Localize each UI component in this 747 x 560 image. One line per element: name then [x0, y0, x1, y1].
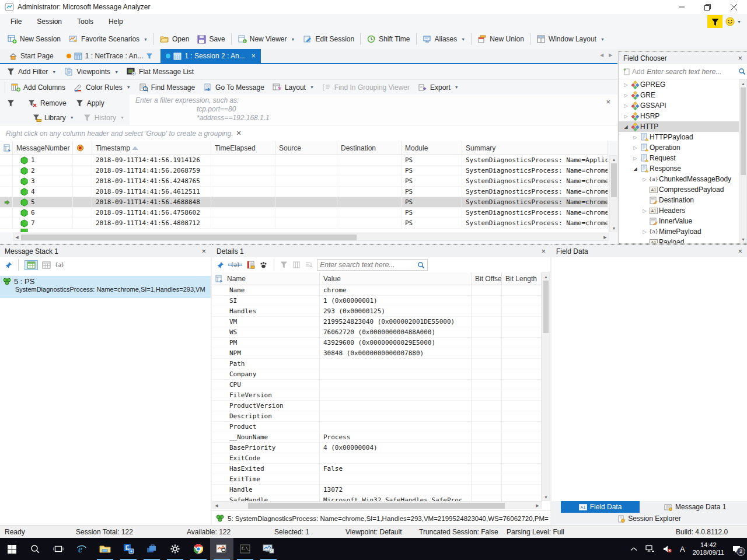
tab-field-data[interactable]: A1 Field Data [561, 501, 640, 513]
details-row[interactable]: ExitCode [212, 453, 542, 464]
details-row[interactable]: HasExitedFalse [212, 464, 542, 474]
details-row[interactable]: NPM30848 (0x0000000000007880) [212, 348, 542, 359]
columns-disabled-icon[interactable] [292, 261, 301, 269]
tree-expander-icon[interactable]: ▷ [622, 82, 630, 88]
taskbar-performance-monitor-button[interactable] [257, 538, 280, 560]
menu-help[interactable]: Help [103, 15, 129, 28]
favorite-scenarios-button[interactable]: Favorite Scenarios▼ [65, 32, 152, 47]
tree-expander-icon[interactable]: ▷ [641, 208, 648, 214]
details-row[interactable]: Handle13072 [212, 485, 542, 495]
filter-disabled-icon[interactable] [280, 261, 288, 269]
taskbar-settings-button[interactable] [163, 538, 187, 560]
field-reference-button[interactable] [246, 261, 255, 269]
details-vertical-scrollbar[interactable]: ▲ ▼ [542, 272, 550, 501]
close-tab-icon[interactable]: × [252, 52, 256, 60]
details-search-input[interactable] [320, 261, 417, 269]
column-header-summary[interactable]: Summary [462, 141, 608, 155]
close-panel-icon[interactable]: × [541, 247, 546, 256]
tree-item-httppayload[interactable]: ▷HTTPPayload [619, 132, 739, 142]
details-row[interactable]: SafeHandleMicrosoft.Win32.SafeHandles.Sa… [212, 495, 542, 501]
message-row[interactable]: 62018-09-11T14:41:56.4758602PSSystemDiag… [0, 208, 608, 218]
field-search-input[interactable] [647, 68, 738, 76]
column-header-messagenumber[interactable]: MessageNumber [13, 141, 73, 155]
close-filter-panel-icon[interactable]: × [606, 97, 610, 106]
tab-1-nettrace-an[interactable]: 1 : NetTrace : An... [61, 49, 159, 63]
tree-expander-icon[interactable]: ▷ [622, 114, 630, 119]
stack-view-button[interactable] [25, 260, 38, 270]
details-horizontal-scrollbar[interactable]: ◀ ▶ [212, 501, 542, 509]
menu-file[interactable]: File [5, 15, 27, 28]
tree-item-mimepayload[interactable]: ▷{a}MimePayload [619, 226, 739, 237]
tree-expander-icon[interactable]: ▷ [622, 93, 630, 98]
window-layout-button[interactable]: Window Layout▼ [532, 32, 609, 47]
taskbar-chrome-button[interactable] [187, 538, 210, 560]
network-icon[interactable] [645, 545, 655, 553]
table-view-button[interactable] [42, 261, 51, 269]
filter-library-button[interactable]: Library ▼ [28, 114, 79, 122]
action-center-button[interactable]: 2 [732, 545, 741, 554]
tree-item-destination[interactable]: Destination [619, 195, 739, 205]
tree-expander-icon[interactable]: ◢ [622, 124, 630, 130]
details-row[interactable]: Product [212, 422, 542, 432]
add-field-button[interactable]: Add [622, 68, 644, 76]
details-row[interactable]: Description [212, 411, 542, 422]
tree-item-compressedpayload[interactable]: A1CompressedPayload [619, 184, 739, 195]
menu-tools[interactable]: Tools [71, 15, 99, 28]
taskbar-search-button[interactable] [23, 538, 47, 560]
details-column-bit-length[interactable]: Bit Length [502, 272, 542, 285]
tab-start-page[interactable]: Start Page [4, 49, 59, 63]
field-chooser-scrollbar[interactable]: ▲ ▼ [739, 79, 747, 243]
go-to-message-button[interactable]: Go To Message [199, 80, 268, 95]
column-header-source[interactable]: Source [275, 141, 337, 155]
export-button[interactable]: Export▼ [414, 80, 463, 95]
tree-item-headers[interactable]: ▷A1Headers [619, 205, 739, 216]
close-panel-icon[interactable]: × [738, 247, 742, 256]
close-panel-icon[interactable]: × [201, 247, 206, 256]
tree-item-innervalue[interactable]: InnerValue [619, 216, 739, 226]
grid-horizontal-scrollbar[interactable]: ◀ ▶ [13, 233, 609, 241]
aliases-button[interactable]: Aliases▼ [418, 32, 470, 47]
remove-filter-button[interactable]: Remove [23, 99, 71, 107]
tree-expander-icon[interactable]: ▷ [631, 135, 639, 140]
message-row[interactable]: 22018-09-11T14:41:56.2068759PSSystemDiag… [0, 166, 608, 176]
tree-item-payload[interactable]: A1Payload [619, 237, 739, 243]
taskbar-command-prompt-button[interactable]: C:\_ [233, 538, 257, 560]
close-button[interactable] [721, 0, 747, 14]
volume-muted-icon[interactable] [662, 545, 672, 553]
new-union-button[interactable]: New Union [473, 32, 528, 47]
tab-session-explorer[interactable]: Session Explorer [612, 513, 687, 524]
details-row[interactable]: __NounNameProcess [212, 432, 542, 443]
tab-message-data[interactable]: Message Data 1 [658, 501, 732, 513]
details-row[interactable]: CPU [212, 380, 542, 390]
details-column-value[interactable]: Value [320, 272, 472, 285]
find-in-grouping-viewer-button[interactable]: Find In Grouping Viewer [318, 80, 414, 95]
filter-history-button[interactable]: History ▼ [79, 114, 129, 122]
taskbar-file-explorer-button[interactable] [93, 538, 117, 560]
pin-icon[interactable] [217, 261, 224, 269]
quick-filter-button[interactable] [707, 15, 722, 28]
details-row[interactable]: Handles293 (0x00000125) [212, 306, 542, 317]
details-row[interactable]: PM43929600 (0x00000000029E5000) [212, 338, 542, 348]
tree-expander-icon[interactable]: ▷ [641, 229, 648, 235]
taskbar-message-analyzer-button[interactable] [210, 538, 233, 560]
add-filter-button[interactable]: Add Filter▼ [3, 64, 60, 79]
details-row[interactable]: Path [212, 359, 542, 369]
taskbar-clock[interactable]: 14:42 2018/09/11 [693, 541, 724, 556]
details-row[interactable]: FileVersion [212, 390, 542, 401]
grid-vertical-scrollbar[interactable]: ▲ ▼ [609, 155, 617, 232]
pin-icon[interactable] [5, 261, 12, 269]
tree-expander-icon[interactable]: ◢ [631, 166, 639, 172]
message-row[interactable]: 52018-09-11T14:41:56.4688848PSSystemDiag… [0, 197, 608, 208]
input-language-indicator[interactable]: A [680, 545, 685, 554]
values-view-button[interactable]: {a} [228, 264, 242, 266]
tree-item-chunkedmessagebody[interactable]: ▷{a}ChunkedMessageBody [619, 174, 739, 184]
find-message-button[interactable]: Find Message [135, 80, 199, 95]
column-header-destination[interactable]: Destination [337, 141, 402, 155]
viewpoints-button[interactable]: Viewpoints▼ [60, 64, 123, 79]
hidden-icons-chevron-icon[interactable] [630, 547, 637, 551]
color-rules-button[interactable]: Color Rules▼ [69, 80, 135, 95]
row-selector-icon-header[interactable] [0, 141, 13, 155]
details-row[interactable]: VM2199524823040 (0x000002001DE55000) [212, 317, 542, 327]
tree-item-gssapi[interactable]: ▷GSSAPI [619, 100, 739, 111]
filter-expression-input[interactable]: Enter a filter expression, such as: tcp.… [130, 94, 617, 125]
